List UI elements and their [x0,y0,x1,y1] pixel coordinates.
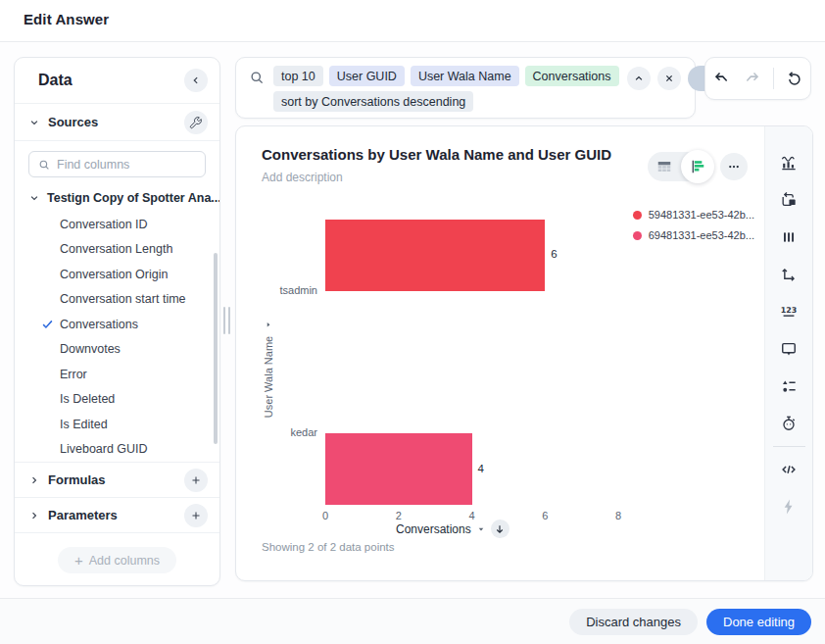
swap-axes-button[interactable] [779,265,799,284]
chevron-down-icon [27,116,41,129]
tooltip-button[interactable] [779,339,799,359]
pin-to-liveboard-icon [779,190,799,210]
parameters-section-header[interactable]: Parameters [15,497,219,532]
undo-icon [712,70,731,88]
chevron-right-icon [27,473,41,487]
add-formula-button[interactable] [184,469,208,492]
chevron-right-icon [27,509,41,522]
top-header: Edit Answer [0,0,825,42]
column-item[interactable]: Is Edited [15,412,219,437]
chevron-up-icon [632,72,646,85]
column-label: Conversation start time [60,292,186,306]
discard-changes-button[interactable]: Discard changes [569,609,698,635]
toolbar-divider [773,68,774,89]
column-item[interactable]: Conversation ID [15,212,219,237]
done-editing-button[interactable]: Done editing [706,609,811,635]
x-axis-label-text: Conversations [396,522,471,536]
add-parameter-button[interactable] [184,504,208,527]
column-item[interactable]: Is Deleted [15,387,219,413]
column-label: Conversation Length [60,242,172,256]
sort-descending-button[interactable] [491,520,510,538]
code-button[interactable] [779,460,799,479]
data-panel-header: Data [15,58,219,104]
edit-sources-button[interactable] [184,111,208,134]
column-item[interactable]: Conversation start time [15,287,219,313]
reset-button[interactable] [785,69,804,88]
x-axis-tick: 0 [322,510,328,521]
search-query-bar: top 10User GUIDUser Wala NameConversatio… [235,57,696,119]
answer-card: Conversations by User Wala Name and User… [235,125,813,581]
chart-bar[interactable] [325,433,472,505]
column-item[interactable]: Conversation Origin [15,262,219,287]
arrow-down-icon [494,523,506,535]
y-axis-category-label: kedar [239,426,317,438]
find-columns-input[interactable] [57,158,197,172]
scrollbar-thumb[interactable] [214,253,218,444]
chart-plot-area: tsadminkedar6402468 [236,126,764,580]
formulas-section-header[interactable]: Formulas [15,462,219,497]
query-token[interactable]: top 10 [273,66,323,86]
data-panel: Data Sources Testign Copy of Spotter Ana… [14,57,220,586]
source-item[interactable]: Testign Copy of Spotter Ana... [15,184,219,212]
source-name: Testign Copy of Spotter Ana... [47,191,219,205]
spotter-timer-icon [779,414,799,433]
ai-highlights-button[interactable] [779,497,799,517]
sources-section-header[interactable]: Sources [15,104,219,141]
query-token[interactable]: sort by Conversations descending [273,91,473,112]
change-visualization-button[interactable] [779,153,799,173]
number-format-icon: 123 [779,302,799,322]
x-axis-label[interactable]: Conversations [396,520,510,538]
search-icon [248,69,266,86]
source-columns-tree: Testign Copy of Spotter Ana... Conversat… [15,184,219,462]
column-item[interactable]: Conversations [15,312,219,337]
svg-text:123: 123 [781,306,798,315]
bottom-action-bar: Discard changes Done editing [0,598,825,644]
panel-resize-handle[interactable] [223,307,230,334]
conditional-formatting-icon [779,376,799,396]
formulas-label: Formulas [48,472,177,487]
conditional-formatting-button[interactable] [779,376,799,396]
spotter-timer-button[interactable] [779,414,799,433]
plus-icon: + [74,553,83,568]
column-label: Downvotes [60,342,121,356]
columns-button[interactable] [779,227,799,247]
parameters-label: Parameters [48,508,177,522]
plus-icon [189,509,203,522]
collapse-query-button[interactable] [627,67,651,90]
chevron-left-icon [189,74,203,87]
edit-answer-screen: Edit Answer Data Sources Testign Copy of… [0,0,825,644]
y-axis-category-label: tsadmin [239,284,317,296]
columns-icon [779,227,799,247]
swap-axes-icon [779,265,799,284]
add-columns-label: Add columns [89,554,160,568]
plus-icon [189,473,203,487]
column-item[interactable]: Conversation Length [15,237,219,263]
column-item[interactable]: Liveboard GUID [15,437,219,463]
caret-down-icon [476,524,486,534]
column-label: Conversations [60,318,138,331]
pin-to-liveboard-button[interactable] [779,190,799,210]
wrench-icon [189,116,203,129]
column-label: Error [60,368,87,381]
collapse-panel-button[interactable] [184,69,208,92]
y-axis-label[interactable]: User Wala Name [263,320,274,418]
bar-value-label: 4 [478,463,484,474]
close-icon [662,72,676,85]
number-format-button[interactable]: 123 [779,302,799,322]
column-item[interactable]: Downvotes [15,337,219,363]
clear-query-button[interactable] [657,67,681,90]
data-points-count: Showing 2 of 2 data points [262,541,395,553]
data-panel-title: Data [38,72,73,89]
redo-button[interactable] [743,69,762,88]
column-item[interactable]: Error [15,362,219,387]
query-token[interactable]: User Wala Name [411,66,519,86]
chart-bar[interactable] [325,220,545,291]
answer-side-toolbar: 123 [764,126,812,580]
add-columns-button[interactable]: + Add columns [58,547,176,573]
check-icon [40,317,56,332]
query-token[interactable]: Conversations [525,66,619,86]
query-token[interactable]: User GUID [329,66,405,86]
column-label: Conversation Origin [60,268,168,281]
page-title: Edit Answer [24,11,109,27]
undo-button[interactable] [712,69,732,88]
